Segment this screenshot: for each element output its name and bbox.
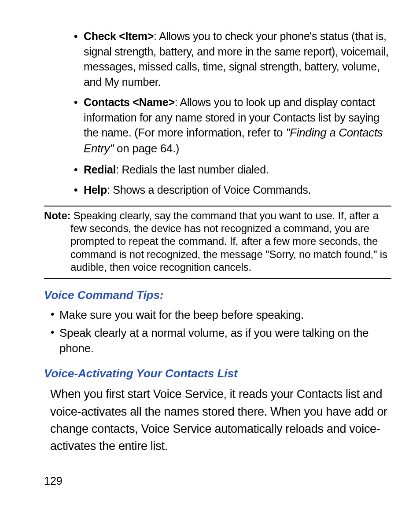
note-block: Note: Speaking clearly, say the command …: [44, 209, 391, 273]
command-description: : Redials the last number dialed.: [116, 163, 269, 176]
command-name: Redial: [84, 163, 116, 176]
reference-suffix: on page 64.: [114, 142, 176, 155]
tip-item: Speak clearly at a normal volume, as if …: [59, 325, 391, 356]
command-name: Check <Item>: [84, 30, 154, 42]
command-redial-item: Redial: Redials the last number dialed.: [84, 162, 391, 177]
note-text: Speaking clearly, say the command that y…: [70, 210, 387, 273]
voice-commands-list: Check <Item>: Allows you to check your p…: [44, 29, 391, 198]
command-check-item: Check <Item>: Allows you to check your p…: [84, 29, 391, 89]
page-number: 129: [44, 475, 63, 487]
divider-top: [44, 206, 391, 206]
voice-command-tips-heading: Voice Command Tips:: [44, 288, 391, 302]
reference-close: ): [176, 142, 179, 155]
voice-activating-body: When you first start Voice Service, it r…: [44, 386, 391, 455]
divider-bottom: [44, 278, 391, 279]
command-help-item: Help: Shows a description of Voice Comma…: [84, 182, 391, 198]
command-contacts-item: Contacts <Name>: Allows you to look up a…: [84, 95, 391, 157]
note-label: Note:: [44, 210, 70, 221]
tip-item: Make sure you wait for the beep before s…: [59, 307, 391, 323]
command-description: : Shows a description of Voice Commands.: [107, 184, 311, 196]
voice-activating-heading: Voice-Activating Your Contacts List: [44, 367, 391, 380]
command-name: Contacts <Name>: [84, 96, 175, 108]
command-name: Help: [84, 184, 107, 196]
tips-list: Make sure you wait for the beep before s…: [44, 307, 391, 356]
reference-prefix: For more information, refer to: [138, 126, 286, 139]
